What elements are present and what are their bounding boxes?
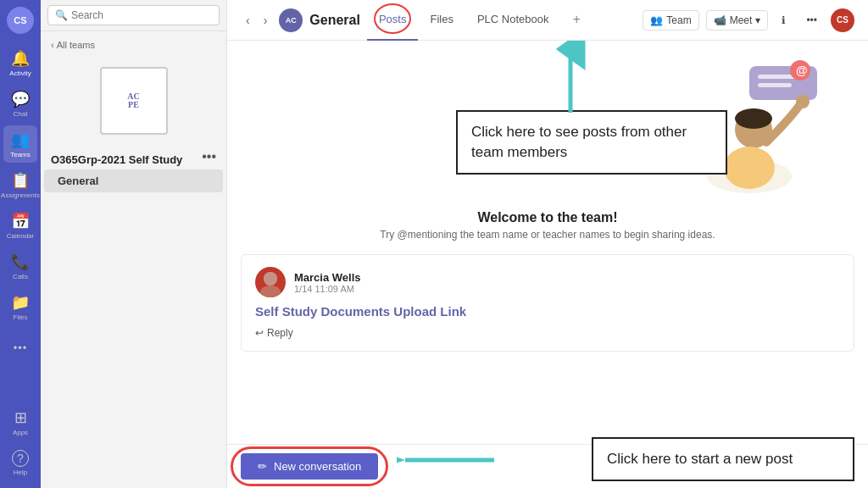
more-options-icon: ••• [806, 14, 817, 26]
sidebar: CS 🔔 Activity 💬 Chat 👥 Teams 📋 Assignmen… [0, 0, 41, 488]
sidebar-item-more[interactable]: ••• [3, 329, 37, 366]
sidebar-item-chat[interactable]: 💬 Chat [3, 85, 37, 122]
tab-plc-notebook[interactable]: PLC Notebook [465, 0, 561, 41]
posts-tab-annotation: Click here to see posts from other team … [456, 110, 727, 175]
nav-forward[interactable]: › [259, 12, 273, 29]
more-options-button[interactable]: ••• [799, 11, 824, 30]
teams-icon: 👥 [11, 130, 30, 149]
spacer [227, 358, 868, 444]
welcome-title: Welcome to the team! [227, 210, 868, 225]
more-icon: ••• [14, 341, 28, 354]
sidebar-item-calendar[interactable]: 📅 Calendar [3, 207, 37, 244]
tab-add[interactable]: + [560, 0, 592, 41]
search-input[interactable] [71, 9, 173, 21]
sidebar-item-activity[interactable]: 🔔 Activity [3, 44, 37, 81]
content-area[interactable]: @ Welcome to the team! Try @mentioning t… [227, 41, 868, 444]
sidebar-item-calls[interactable]: 📞 Calls [3, 247, 37, 285]
svg-point-14 [264, 272, 277, 286]
team-panel: 🔍 ‹ All teams AC PE O365Grp-2021 Self St… [41, 0, 227, 488]
post-meta: Marcia Wells 1/14 11:09 AM [294, 271, 361, 294]
channel-title: General [309, 13, 360, 28]
sidebar-item-apps[interactable]: ⊞ Apps [3, 403, 37, 441]
post-time: 1/14 11:09 AM [294, 284, 361, 294]
new-post-annotation: Click here to start a new post [592, 437, 854, 481]
svg-rect-4 [758, 83, 792, 87]
user-avatar-sidebar[interactable]: CS [7, 7, 34, 34]
files-icon: 📁 [11, 293, 30, 312]
activity-icon: 🔔 [11, 49, 30, 68]
sidebar-item-files[interactable]: 📁 Files [3, 288, 37, 325]
svg-point-11 [796, 95, 810, 108]
calls-icon: 📞 [11, 252, 30, 271]
top-bar: ‹ › AC General Posts Files PLC Notebook [227, 0, 868, 41]
post-reply-button[interactable]: ↩ Reply [255, 327, 840, 339]
team-menu-button[interactable]: ••• [202, 149, 216, 164]
meet-btn-icon: 📹 [714, 14, 726, 26]
team-button[interactable]: 👥 Team [643, 10, 698, 30]
bottom-bar: ✏ New conversation Click here to start a… [227, 444, 868, 488]
post-avatar [255, 267, 286, 297]
new-conversation-button[interactable]: ✏ New conversation [241, 453, 378, 480]
sidebar-item-teams[interactable]: 👥 Teams [3, 125, 37, 163]
nav-arrows: ‹ › [241, 12, 272, 29]
nav-back[interactable]: ‹ [241, 12, 255, 29]
svg-point-13 [260, 286, 281, 297]
svg-point-9 [735, 108, 772, 129]
main-content: ‹ › AC General Posts Files PLC Notebook [227, 0, 868, 488]
team-btn-icon: 👥 [650, 14, 663, 26]
info-icon: ℹ [782, 14, 786, 26]
team-panel-header: ‹ All teams [41, 31, 226, 58]
sidebar-item-help[interactable]: ? Help [3, 444, 37, 481]
channel-item-general[interactable]: General [44, 169, 223, 192]
team-logo: AC PE [100, 67, 168, 135]
search-icon: 🔍 [55, 9, 68, 21]
post-header: Marcia Wells 1/14 11:09 AM [255, 267, 840, 297]
chat-icon: 💬 [11, 90, 30, 108]
top-bar-right: 👥 Team 📹 Meet ▾ ℹ ••• CS [643, 8, 854, 32]
team-logo-area: AC PE [41, 58, 226, 143]
top-bar-left: ‹ › AC General Posts Files PLC Notebook [241, 0, 593, 41]
reply-icon: ↩ [255, 327, 264, 339]
apps-icon: ⊞ [14, 408, 27, 427]
team-name-row: O365Grp-2021 Self Study ••• [41, 143, 226, 169]
sidebar-item-assignments[interactable]: 📋 Assignments [3, 166, 37, 203]
post-author: Marcia Wells [294, 271, 361, 284]
welcome-section: Welcome to the team! Try @mentioning the… [227, 193, 868, 254]
svg-text:@: @ [796, 64, 808, 77]
info-button[interactable]: ℹ [775, 11, 793, 30]
channel-icon: AC [279, 8, 303, 32]
new-conversation-icon: ✏ [258, 460, 267, 473]
avatar-svg [255, 267, 286, 297]
assignments-icon: 📋 [11, 171, 30, 190]
calendar-icon: 📅 [11, 212, 30, 230]
post-link[interactable]: Self Study Documents Upload Link [255, 304, 840, 319]
all-teams-back[interactable]: ‹ All teams [51, 40, 95, 50]
teal-arrow-right-svg [397, 447, 498, 473]
tab-files[interactable]: Files [418, 0, 465, 41]
svg-point-10 [724, 147, 775, 189]
user-avatar-top[interactable]: CS [831, 8, 854, 32]
teal-arrow-right-container [397, 447, 498, 476]
help-icon: ? [12, 450, 29, 467]
meet-dropdown-icon: ▾ [755, 14, 760, 26]
post-item: Marcia Wells 1/14 11:09 AM Self Study Do… [241, 254, 854, 352]
tab-posts[interactable]: Posts [367, 0, 419, 41]
meet-button[interactable]: 📹 Meet ▾ [706, 10, 769, 30]
new-conversation-wrapper: ✏ New conversation [241, 453, 378, 480]
tab-bar: Posts Files PLC Notebook + [367, 0, 593, 41]
welcome-subtitle: Try @mentioning the team name or teacher… [227, 229, 868, 241]
